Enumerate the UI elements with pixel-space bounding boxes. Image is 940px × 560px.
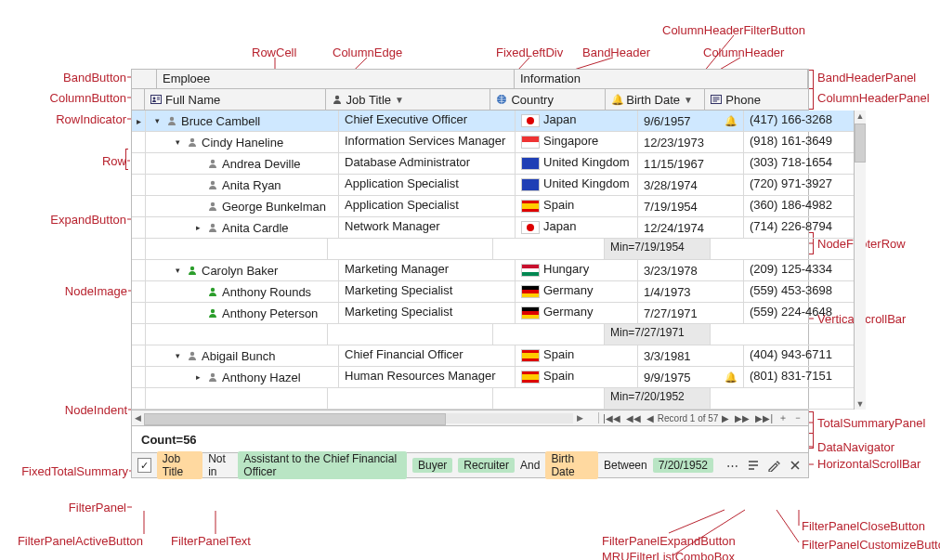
node-image (207, 179, 218, 190)
data-navigator-bracket (809, 433, 814, 449)
row-cell-job: Chief Executive Officer (339, 111, 516, 131)
band-button[interactable] (132, 70, 157, 88)
table-row[interactable]: Anthony PetersonMarketing SpecialistGerm… (132, 303, 854, 324)
row-cell-phone: (720) 971-3927 (744, 175, 854, 195)
table-row[interactable]: ▾Bruce CambellChief Executive OfficerJap… (132, 111, 854, 132)
scroll-left-icon[interactable]: ◀ (132, 413, 143, 423)
mru-filter-list-combobox[interactable] (746, 457, 761, 474)
scroll-down-icon[interactable]: ▼ (856, 398, 865, 410)
nav-prev-page-button[interactable]: ◀◀ (624, 413, 643, 423)
band-header-information[interactable]: Information (515, 70, 808, 88)
nav-next-button[interactable]: ▶ (720, 413, 731, 423)
column-header-filter-button[interactable]: ▼ (684, 95, 693, 105)
table-row[interactable]: ▸Anthony HazelHuman Resources ManagerSpa… (132, 367, 854, 388)
expand-button[interactable]: ▸ (192, 371, 203, 383)
table-row[interactable]: ▾Cindy HanelineInformation Services Mana… (132, 132, 854, 153)
column-header-label: Job Title (346, 93, 391, 107)
vertical-scroll-bar[interactable]: ▲ ▼ (854, 111, 866, 410)
column-header-country[interactable]: Country (490, 89, 606, 110)
ann-column-edge: ColumnEdge (333, 46, 402, 59)
nav-prev-button[interactable]: ◀ (645, 413, 656, 423)
expand-button[interactable]: ▾ (172, 350, 183, 361)
name-text: Cindy Haneline (202, 136, 283, 150)
scroll-thumb[interactable] (144, 413, 446, 425)
row-cell-birth: 3/23/1978 (638, 260, 744, 280)
filter-value-token[interactable]: Buyer (412, 458, 452, 473)
nav-first-button[interactable]: |◀◀ (601, 413, 622, 423)
svg-point-28 (211, 202, 215, 206)
filter-value-token[interactable]: Recruiter (458, 458, 515, 473)
expand-placeholder (192, 307, 203, 319)
row-cell-phone: (209) 125-4334 (744, 260, 854, 280)
filter-field-token[interactable]: Birth Date (545, 451, 598, 479)
row-cell-job: Marketing Specialist (339, 281, 516, 302)
filter-panel-customize-button[interactable] (766, 457, 781, 474)
table-row[interactable]: ▾Abigail BunchChief Financial OfficerSpa… (132, 345, 854, 367)
node-indent (172, 153, 189, 174)
row-cell-phone: (303) 718-1654 (744, 153, 854, 174)
nav-next-page-button[interactable]: ▶▶ (733, 413, 751, 423)
ann-column-button: ColumnButton (37, 92, 126, 104)
node-indent (151, 175, 168, 195)
scroll-thumb[interactable] (855, 124, 866, 163)
table-row[interactable]: ▸Anita CardleNetwork ManagerJapan12/24/1… (132, 217, 854, 239)
row-cell-birth: 12/23/1973 (638, 132, 744, 152)
node-indent (172, 281, 189, 302)
name-text: Carolyn Baker (202, 264, 278, 278)
nav-last-button[interactable]: ▶▶| (753, 413, 775, 423)
grid-body: ▾Bruce CambellChief Executive OfficerJap… (132, 111, 808, 410)
row-cell-birth: 7/19/1954 (638, 196, 744, 216)
row-cell-name: ▾Cindy Haneline (146, 132, 339, 152)
nav-add-button[interactable]: ＋ (777, 411, 790, 424)
expand-button[interactable]: ▾ (172, 265, 183, 276)
scroll-right-icon[interactable]: ▶ (574, 413, 585, 423)
ann-total-summary-panel: TotalSummaryPanel (817, 417, 925, 429)
filter-field-token[interactable]: Job Title (157, 451, 202, 479)
nav-remove-button[interactable]: － (791, 411, 804, 424)
row-cell-job: Information Services Manager (339, 132, 516, 152)
table-row[interactable]: ▾Carolyn BakerMarketing ManagerHungary3/… (132, 260, 854, 281)
band-header-employee[interactable]: Emploee (157, 70, 515, 88)
row-cell-birth: 3/3/1981 (638, 345, 744, 366)
node-image (207, 307, 218, 319)
filter-panel-close-button[interactable] (788, 457, 803, 474)
row-cell-phone: (417) 166-3268 (744, 111, 854, 131)
table-row[interactable]: George BunkelmanApplication SpecialistSp… (132, 196, 854, 217)
ann-expand-button: ExpandButton (41, 214, 126, 226)
row-cell-phone: (714) 226-8794 (744, 217, 854, 238)
node-image (207, 201, 218, 212)
ann-horizontal-scroll-bar: HorizontalScrollBar (817, 458, 920, 470)
expand-button[interactable]: ▾ (172, 137, 183, 148)
filter-panel-text: Job Title Not in Assistant to the Chief … (157, 451, 713, 479)
column-button[interactable] (132, 89, 145, 110)
expand-button[interactable]: ▾ (151, 115, 163, 126)
filter-panel-expand-button[interactable]: ⋯ (725, 457, 739, 474)
band-header-panel: Emploee Information (132, 70, 808, 89)
filter-and-label: And (520, 459, 540, 472)
table-row[interactable]: Anita RyanApplication SpecialistUnited K… (132, 175, 854, 196)
column-header-jobtitle[interactable]: Job Title ▼ (326, 89, 491, 110)
horizontal-scroll-bar[interactable]: ◀ ▶ (132, 413, 585, 423)
table-row[interactable]: Andrea DevilleDatabase AdministratorUnit… (132, 153, 854, 175)
row-cell-birth: 9/6/1957🔔 (638, 111, 744, 131)
ann-filter-panel-customize-button: FilterPanelCustomizeButton (802, 539, 940, 551)
ann-filter-panel-text: FilterPanelText (171, 535, 251, 547)
svg-point-27 (211, 181, 215, 185)
node-image (207, 222, 218, 233)
column-header-birthdate[interactable]: 🔔 Birth Date ▼ (606, 89, 705, 110)
filter-value-token[interactable]: Assistant to the Chief Financial Officer (238, 451, 407, 479)
expand-button[interactable]: ▸ (192, 222, 203, 233)
row-cell-birth: 12/24/1974 (638, 217, 744, 238)
column-header-fullname[interactable]: Full Name (145, 89, 326, 110)
row-indicator (132, 367, 146, 387)
node-indent (172, 367, 189, 387)
filter-value-token[interactable]: 7/20/1952 (653, 458, 713, 473)
row-indicator (132, 281, 146, 302)
column-header-phone[interactable]: Phone (705, 89, 808, 110)
column-header-filter-button[interactable]: ▼ (395, 95, 404, 105)
svg-point-32 (211, 309, 215, 313)
ann-row-cell: RowCell (252, 46, 296, 59)
scroll-up-icon[interactable]: ▲ (856, 111, 865, 122)
filter-panel-active-button[interactable]: ✓ (137, 458, 151, 473)
table-row[interactable]: Anthony RoundsMarketing SpecialistGerman… (132, 281, 854, 303)
